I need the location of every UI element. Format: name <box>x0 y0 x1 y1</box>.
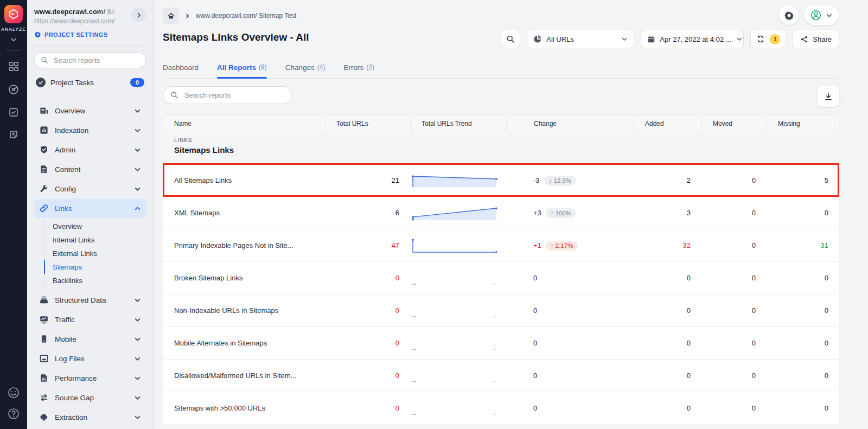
sidebar-subitem-sitemaps[interactable]: Sitemaps <box>44 260 146 274</box>
column-header-moved[interactable]: Moved <box>701 116 767 131</box>
help-icon[interactable] <box>7 407 20 420</box>
notes-icon[interactable] <box>8 129 19 140</box>
deepcrawl-logo-icon[interactable] <box>4 5 23 23</box>
home-button[interactable] <box>163 8 179 24</box>
crawl-date-select[interactable]: Apr 27, 2022 at 4:02 ... <box>641 30 744 48</box>
chevron-down-icon <box>134 355 141 362</box>
sidebar-item-label: Structured Data <box>55 296 106 304</box>
total-urls-value: 0 <box>325 372 410 380</box>
sidebar-item-extraction[interactable]: Extraction <box>34 407 146 427</box>
sidebar-item-traffic[interactable]: Traffic <box>34 310 146 329</box>
column-header-total-urls-trend[interactable]: Total URLs Trend <box>410 116 506 131</box>
report-name[interactable]: XML Sitemaps <box>163 209 325 217</box>
sidebar-item-links[interactable]: Links <box>34 199 146 218</box>
report-name[interactable]: Sitemaps with >50,000 URLs <box>163 404 325 412</box>
table-row[interactable]: All Sitemaps Links21-3↓ 12.5%205 <box>163 164 839 196</box>
report-search-button[interactable] <box>501 30 520 48</box>
chevron-down-icon <box>134 336 141 343</box>
table-row[interactable]: Broken Sitemap Links00000 <box>163 261 839 294</box>
tab-count: (2) <box>366 63 374 72</box>
sidebar-item-structured-data[interactable]: Structured Data <box>34 290 146 310</box>
report-name[interactable]: Broken Sitemap Links <box>163 274 325 282</box>
sidebar-item-overview[interactable]: Overview <box>34 101 146 120</box>
refresh-button[interactable]: 1 <box>750 30 786 48</box>
sidebar-subitem-external-links[interactable]: External Links <box>44 247 146 260</box>
reports-search[interactable] <box>163 86 292 104</box>
project-expand-button[interactable] <box>131 8 146 22</box>
check-circle-icon <box>36 78 46 87</box>
project-url: https://www.deepcrawl.com/ <box>34 17 117 25</box>
sidebar-item-log-files[interactable]: Log Files <box>34 349 146 368</box>
tab-changes[interactable]: Changes(4) <box>285 63 326 78</box>
sidebar-search-input[interactable] <box>53 56 139 65</box>
report-name[interactable]: Mobile Alternates in Sitemaps <box>163 339 325 347</box>
share-button[interactable]: Share <box>793 30 839 48</box>
change-cell: +1↑ 2.17% <box>506 241 634 251</box>
column-header-total-urls[interactable]: Total URLs <box>325 116 410 131</box>
tasks-icon[interactable] <box>8 107 19 118</box>
sidebar-item-content[interactable]: Content <box>34 159 146 179</box>
trend-sparkline <box>411 366 499 386</box>
change-cell: -3↓ 12.5% <box>506 176 634 185</box>
column-header-change[interactable]: Change <box>506 116 634 131</box>
feedback-smiley-icon[interactable] <box>7 386 20 399</box>
trend-cell <box>410 203 506 223</box>
sidebar-item-mobile[interactable]: Mobile <box>34 329 146 349</box>
sidebar-subitem-backlinks[interactable]: Backlinks <box>44 274 146 287</box>
tab-errors[interactable]: Errors(2) <box>343 63 374 78</box>
log-files-icon <box>39 354 49 363</box>
column-header-name[interactable]: Name <box>163 116 325 131</box>
change-value: +1 <box>533 241 541 249</box>
sidebar-subitem-internal-links[interactable]: Internal Links <box>44 233 146 247</box>
report-name[interactable]: All Sitemaps Links <box>163 176 325 184</box>
report-name[interactable]: Non-Indexable URLs in Sitemaps <box>163 306 325 315</box>
sidebar-sublist: OverviewInternal LinksExternal LinksSite… <box>44 220 146 287</box>
apps-grid-icon[interactable] <box>8 61 20 72</box>
analyze-chevron-down-icon[interactable] <box>10 36 17 43</box>
user-icon <box>810 9 822 21</box>
sidebar-item-config[interactable]: Config <box>34 179 146 199</box>
sidebar-search[interactable] <box>34 52 146 68</box>
sidebar-item-source-gap[interactable]: Source Gap <box>34 388 146 407</box>
added-value: 32 <box>634 241 701 249</box>
table-row[interactable]: Sitemaps with >50,000 URLs00000 <box>163 392 839 424</box>
sidebar-item-performance[interactable]: Performance <box>34 368 146 388</box>
reports-search-input[interactable] <box>183 91 284 100</box>
table-row[interactable]: Non-Indexable URLs in Sitemaps00000 <box>163 294 839 326</box>
account-menu[interactable] <box>804 5 839 25</box>
column-header-missing[interactable]: Missing <box>767 116 839 131</box>
report-name[interactable]: Primary Indexable Pages Not in Site... <box>163 241 325 249</box>
sidebar-item-label: Overview <box>55 107 85 115</box>
added-value: 0 <box>634 306 701 315</box>
chevron-down-icon <box>134 146 141 153</box>
change-percent-badge: ↑ 100% <box>546 208 576 218</box>
search-icon <box>506 35 515 43</box>
sidebar-item-admin[interactable]: Admin <box>34 140 146 159</box>
sidebar-subitem-overview[interactable]: Overview <box>44 220 146 233</box>
breadcrumb-text[interactable]: www.deepcrawl.com/ Sitemap Test <box>196 12 296 20</box>
report-name[interactable]: Disallowed/Malformed URLs in Sitem... <box>163 372 325 380</box>
performance-icon <box>39 373 49 383</box>
project-tasks-item[interactable]: Project Tasks 0 <box>34 78 146 87</box>
download-button[interactable] <box>818 86 839 107</box>
column-header-added[interactable]: Added <box>634 116 701 131</box>
chevron-down-icon <box>621 36 628 42</box>
tab-dashboard[interactable]: Dashboard <box>163 63 199 78</box>
topbar-actions <box>779 5 839 25</box>
trend-sparkline <box>411 171 499 190</box>
discover-icon[interactable] <box>8 84 20 95</box>
share-icon <box>800 35 808 43</box>
url-segment-select[interactable]: All URLs <box>527 30 634 48</box>
table-row[interactable]: Disallowed/Malformed URLs in Sitem...000… <box>163 359 839 392</box>
tab-all-reports[interactable]: All Reports(9) <box>217 63 267 78</box>
sidebar-item-indexation[interactable]: Indexation <box>34 120 146 140</box>
table-row[interactable]: Mobile Alternates in Sitemaps00000 <box>163 326 839 359</box>
table-row[interactable]: XML Sitemaps6+3↑ 100%300 <box>163 196 839 229</box>
rail-divider <box>7 50 21 51</box>
chevron-up-icon <box>134 205 141 212</box>
settings-button[interactable] <box>779 5 799 25</box>
overview-icon <box>39 106 49 116</box>
table-row[interactable]: Primary Indexable Pages Not in Site...47… <box>163 229 839 261</box>
project-settings-link[interactable]: PROJECT SETTINGS <box>34 31 146 38</box>
added-value: 3 <box>634 209 701 217</box>
